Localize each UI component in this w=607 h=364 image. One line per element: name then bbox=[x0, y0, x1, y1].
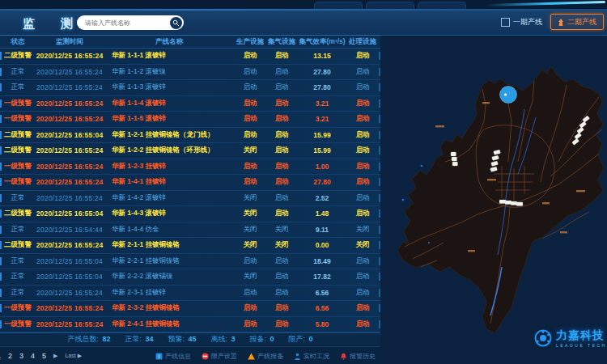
info-icon: i bbox=[155, 353, 163, 360]
summary-value: 0 bbox=[270, 335, 274, 343]
time-cell: 2020/12/25 16:55:24 bbox=[36, 115, 104, 123]
status-cell: 一级预警 bbox=[0, 99, 36, 108]
table-row[interactable]: 正常2020/12/25 16:55:04华新 2-2-1 挂镀铜镍铬启动启动1… bbox=[0, 254, 380, 270]
table-row[interactable]: 二级预警2020/12/25 16:55:24华新 1-1-1 滚镀锌启动启动1… bbox=[0, 49, 380, 65]
time-cell: 2020/12/25 16:55:24 bbox=[36, 289, 104, 297]
legend-button[interactable]: 限产设置 bbox=[202, 352, 237, 361]
line-name-cell: 华新 1-4-2 滚镀锌 bbox=[104, 193, 235, 203]
column-header: 状态 bbox=[0, 37, 36, 47]
production-facility-cell: 启动 bbox=[235, 114, 265, 124]
summary-item: 预警: 45 bbox=[168, 334, 196, 345]
next-page-button[interactable]: ▶ bbox=[53, 353, 57, 359]
table-row[interactable]: 一级预警2020/12/25 16:55:24华新 1-1-4 滚镀锌启动启动3… bbox=[0, 96, 380, 112]
table-row[interactable]: 二级预警2020/12/25 16:55:04华新 1-4-3 滚镀锌关闭启动1… bbox=[0, 206, 380, 222]
treatment-facility-cell: 启动 bbox=[346, 83, 379, 92]
production-facility-cell: 关闭 bbox=[235, 146, 265, 155]
gas-collection-cell: 启动 bbox=[265, 162, 298, 171]
search-icon bbox=[172, 19, 180, 27]
table-row[interactable]: 正常2020/12/25 16:54:44华新 1-4-4 仿金关闭关闭9.11… bbox=[0, 222, 380, 239]
treatment-facility-cell: 启动 bbox=[346, 51, 379, 61]
line-name-cell: 华新 1-2-3 挂镀锌 bbox=[104, 162, 235, 171]
table-row[interactable]: 正常2020/12/25 16:55:04华新 2-2-2 滚镀锡镍关闭启动17… bbox=[0, 269, 380, 286]
table-row[interactable]: 一级预警2020/12/25 16:55:24华新 2-4-1 挂镀铜镍铬启动启… bbox=[0, 317, 380, 333]
gas-collection-cell: 启动 bbox=[265, 146, 298, 155]
time-cell: 2020/12/25 16:55:24 bbox=[36, 241, 104, 249]
production-facility-cell: 启动 bbox=[235, 288, 265, 298]
status-cell: 正常 bbox=[0, 193, 36, 203]
legend-button[interactable]: 实时工况 bbox=[294, 352, 329, 361]
efficiency-cell: 27.80 bbox=[298, 83, 346, 91]
gas-collection-cell: 关闭 bbox=[265, 240, 298, 250]
production-facility-cell: 启动 bbox=[235, 130, 265, 140]
legend-button[interactable]: 报警历史 bbox=[340, 352, 376, 361]
table-row[interactable]: 正常2020/12/25 16:55:24华新 1-4-2 滚镀锌关闭启动2.5… bbox=[0, 191, 380, 207]
summary-item: 报备: 0 bbox=[250, 334, 274, 345]
city-map[interactable] bbox=[387, 39, 607, 346]
table-row[interactable]: 正常2020/12/25 16:55:24华新 1-1-3 滚镀锌启动启动27.… bbox=[0, 80, 380, 96]
page-number[interactable]: 2 bbox=[8, 352, 12, 360]
page-number[interactable]: 5 bbox=[42, 352, 46, 360]
time-cell: 2020/12/25 16:54:44 bbox=[36, 226, 104, 234]
gas-collection-cell: 关闭 bbox=[265, 225, 298, 235]
gas-collection-cell: 启动 bbox=[265, 303, 298, 313]
gas-collection-cell: 启动 bbox=[265, 51, 298, 61]
gas-collection-cell: 启动 bbox=[265, 256, 298, 266]
table-row[interactable]: 二级预警2020/12/25 16:55:04华新 1-2-1 挂镀铜镍铬（龙门… bbox=[0, 128, 380, 144]
phase1-checkbox-wrap[interactable]: 一期产线 bbox=[501, 17, 542, 28]
table-row[interactable]: 正常2020/12/25 16:55:24华新 1-1-2 滚镀镍启动启动27.… bbox=[0, 65, 380, 81]
page-number[interactable]: 1 bbox=[0, 352, 1, 360]
gas-collection-cell: 启动 bbox=[265, 67, 298, 77]
time-cell: 2020/12/25 16:55:24 bbox=[36, 163, 104, 171]
table-row[interactable]: 一级预警2020/12/25 16:55:24华新 2-3-2 挂镀铜镍铬启动启… bbox=[0, 301, 380, 317]
efficiency-cell: 1.00 bbox=[298, 163, 346, 171]
efficiency-cell: 5.80 bbox=[298, 320, 346, 328]
line-name-cell: 华新 2-2-2 滚镀锡镍 bbox=[104, 272, 235, 281]
line-name-cell: 华新 2-3-2 挂镀铜镍铬 bbox=[104, 303, 235, 313]
line-name-cell: 华新 1-2-2 挂镀铜镍铬（环形线） bbox=[104, 146, 235, 155]
table-row[interactable]: 一级预警2020/12/25 16:55:24华新 1-4-1 挂镀锌启动启动2… bbox=[0, 175, 380, 191]
summary-item: 离线: 3 bbox=[211, 334, 236, 345]
production-facility-cell: 启动 bbox=[235, 303, 265, 313]
treatment-facility-cell: 启动 bbox=[346, 193, 379, 203]
table-row[interactable]: 二级预警2020/12/25 16:55:24华新 1-2-2 挂镀铜镍铬（环形… bbox=[0, 143, 380, 159]
checkbox-icon[interactable] bbox=[501, 18, 510, 27]
production-facility-cell: 启动 bbox=[235, 51, 265, 61]
time-cell: 2020/12/25 16:55:04 bbox=[36, 210, 104, 218]
legend-label: 产线信息 bbox=[165, 352, 191, 361]
table-row[interactable]: 正常2020/12/25 16:55:24华新 2-3-1 挂镀锌启动启动6.5… bbox=[0, 286, 380, 302]
status-cell: 二级预警 bbox=[0, 146, 36, 155]
legend-button[interactable]: 产线报备 bbox=[248, 352, 283, 361]
production-facility-cell: 关闭 bbox=[235, 272, 265, 281]
legend-label: 报警历史 bbox=[350, 352, 376, 361]
line-name-cell: 华新 1-4-1 挂镀锌 bbox=[104, 177, 235, 187]
page-number[interactable]: 3 bbox=[19, 352, 23, 360]
production-facility-cell: 启动 bbox=[235, 177, 265, 187]
page-number[interactable]: 4 bbox=[31, 352, 35, 360]
status-cell: 二级预警 bbox=[0, 51, 36, 61]
production-facility-cell: 启动 bbox=[235, 256, 265, 266]
table-row[interactable]: 二级预警2020/12/25 16:55:24华新 2-1-1 挂镀铜镍铬关闭关… bbox=[0, 238, 380, 254]
line-name-cell: 华新 1-2-1 挂镀铜镍铬（龙门线） bbox=[104, 130, 235, 140]
map-cluster-marker[interactable] bbox=[500, 87, 517, 104]
status-cell: 一级预警 bbox=[0, 114, 36, 124]
status-cell: 二级预警 bbox=[0, 130, 36, 140]
legend-label: 产线报备 bbox=[257, 352, 283, 361]
column-header: 集气效率(m³/s) bbox=[298, 37, 346, 47]
phase2-button[interactable]: 二期产线 bbox=[550, 14, 604, 30]
production-facility-cell: 启动 bbox=[235, 67, 265, 77]
flame-icon bbox=[558, 19, 564, 26]
status-cell: 正常 bbox=[0, 256, 36, 266]
line-name-cell: 华新 1-4-4 仿金 bbox=[104, 225, 235, 235]
treatment-facility-cell: 启动 bbox=[346, 114, 379, 124]
table-body: 二级预警2020/12/25 16:55:24华新 1-1-1 滚镀锌启动启动1… bbox=[0, 49, 380, 332]
search-button[interactable] bbox=[170, 17, 182, 29]
time-cell: 2020/12/25 16:55:04 bbox=[36, 131, 104, 139]
phase2-label: 二期产线 bbox=[567, 17, 596, 28]
table-row[interactable]: 一级预警2020/12/25 16:55:24华新 1-1-5 滚镀锌启动启动3… bbox=[0, 112, 380, 128]
summary-value: 0 bbox=[309, 335, 313, 343]
status-cell: 一级预警 bbox=[0, 177, 36, 187]
search-input[interactable] bbox=[77, 19, 170, 27]
last-page-button[interactable]: Last ▶ bbox=[65, 353, 82, 359]
table-row[interactable]: 一级预警2020/12/25 16:55:24华新 1-2-3 挂镀锌启动启动1… bbox=[0, 159, 380, 176]
legend-button[interactable]: i产线信息 bbox=[155, 352, 191, 361]
